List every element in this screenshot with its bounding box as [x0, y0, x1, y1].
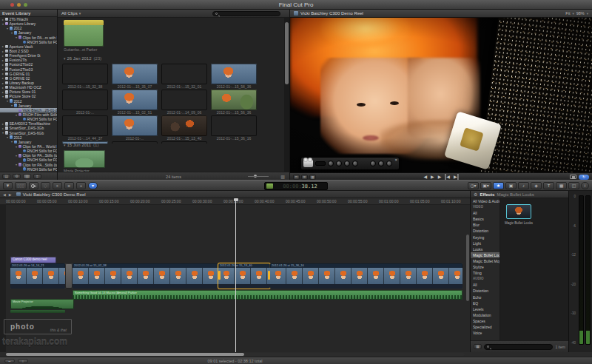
- disclosure-triangle-icon[interactable]: ▸: [1, 86, 4, 90]
- title-clip[interactable]: Canon C300 demo reel: [10, 257, 56, 263]
- movie-projector-clip[interactable]: Movie Projector: [64, 150, 105, 172]
- disclosure-triangle-icon[interactable]: ▸: [1, 54, 4, 58]
- clip-thumbnail[interactable]: 2012-01-...15_58_36: [211, 64, 257, 89]
- effects-category[interactable]: Echo: [471, 294, 500, 300]
- timeline-hscrollbar-thumb[interactable]: [6, 353, 244, 356]
- clip-thumbnail[interactable]: 2012-01-...15_13_40: [161, 115, 207, 141]
- clapper-icon[interactable]: ▤: [2, 174, 10, 179]
- disclosure-triangle-icon[interactable]: ▸: [1, 76, 4, 80]
- effects-category[interactable]: All: [471, 282, 500, 288]
- favorite-button[interactable]: ●: [53, 182, 62, 189]
- disclosure-triangle-icon[interactable]: ▾: [1, 22, 4, 26]
- play-forward-button[interactable]: ▶: [431, 174, 434, 180]
- timeline-hscrollbar-track[interactable]: [6, 353, 465, 356]
- clip-image[interactable]: [62, 90, 108, 110]
- add-keyword-button[interactable]: +: [76, 182, 86, 189]
- clip-image[interactable]: [62, 64, 108, 84]
- disclosure-triangle-icon[interactable]: ▸: [1, 58, 4, 62]
- gear-menu-button[interactable]: ⚙: [13, 174, 21, 179]
- effects-browser-button[interactable]: ★: [493, 182, 504, 189]
- window-titlebar[interactable]: Final Cut Pro: [0, 0, 592, 10]
- hud-button[interactable]: [328, 161, 334, 166]
- slider-track[interactable]: [248, 176, 269, 177]
- playhead[interactable]: [235, 198, 236, 352]
- disclosure-triangle-icon[interactable]: ▸: [1, 18, 4, 21]
- inspector-button[interactable]: i: [581, 182, 589, 189]
- zoom-fit-menu[interactable]: Fit: [565, 11, 570, 16]
- gap-clip[interactable]: [65, 263, 73, 289]
- disclosure-triangle-icon[interactable]: ▾: [10, 140, 13, 144]
- effects-category[interactable]: Stylize: [471, 264, 500, 270]
- featured-clip-image[interactable]: [64, 20, 104, 47]
- clip-thumbnail[interactable]: 2012-01-...15_36_16: [211, 115, 257, 141]
- disclosure-triangle-icon[interactable]: ▾: [10, 31, 13, 35]
- disclosure-triangle-icon[interactable]: ▾: [15, 36, 18, 39]
- scrollbar-thumb[interactable]: [285, 22, 289, 84]
- disclosure-triangle-icon[interactable]: ▾: [6, 27, 9, 30]
- hud-button[interactable]: [386, 161, 392, 166]
- date-section-header[interactable]: ▾26 Jan 2012(23): [64, 56, 101, 61]
- effects-category[interactable]: Magic Bullet Looks: [471, 252, 500, 258]
- gear-icon[interactable]: ⚙: [474, 192, 477, 197]
- disclosure-triangle-icon[interactable]: ▸: [1, 50, 4, 53]
- disclosure-triangle-icon[interactable]: ▾: [1, 95, 4, 98]
- previous-edit-button[interactable]: ◀: [445, 174, 450, 180]
- clip-image[interactable]: [211, 90, 257, 110]
- close-icon[interactable]: ×: [394, 158, 397, 162]
- disclosure-triangle-icon[interactable]: ▾: [15, 154, 18, 158]
- disclosure-triangle-icon[interactable]: ▾: [1, 131, 4, 135]
- clip-thumbnail[interactable]: 2012-01-...: [62, 90, 108, 115]
- disclosure-triangle-icon[interactable]: ▸: [1, 67, 4, 71]
- hud-button[interactable]: [336, 161, 342, 166]
- clip-thumbnail[interactable]: 2012-01-...15_56_36: [211, 90, 257, 115]
- video-clip[interactable]: 2012-01-26 at 15_02_38: [73, 263, 218, 289]
- zoom-percent-menu[interactable]: 98%: [576, 11, 585, 16]
- timeline-forward-button[interactable]: ▶: [9, 192, 12, 197]
- effects-category[interactable]: Distortion: [471, 228, 500, 234]
- disclosure-triangle-icon[interactable]: ▸: [1, 81, 4, 85]
- clip-thumbnail[interactable]: 2012-01-...15_02_51: [112, 90, 158, 115]
- filter-icon[interactable]: ▦: [474, 344, 482, 349]
- import-media-button[interactable]: ▼: [3, 182, 13, 189]
- keyword-tool-button[interactable]: [29, 182, 38, 189]
- retime-menu-button[interactable]: ◷▾: [468, 182, 479, 189]
- clip-analysis-group[interactable]: ▯▯▯: [15, 182, 27, 189]
- effects-tool-icon[interactable]: ▦: [309, 175, 316, 180]
- clip-thumbnail[interactable]: 2012-01-...15_32_01: [161, 64, 207, 89]
- generators-browser-button[interactable]: ▦: [556, 182, 567, 189]
- effects-category[interactable]: AUDIO: [471, 276, 500, 282]
- disclosure-triangle-icon[interactable]: ▾: [64, 56, 66, 61]
- clip-image[interactable]: [112, 90, 158, 110]
- photos-browser-button[interactable]: ▣: [505, 182, 517, 189]
- clip-image[interactable]: [112, 64, 158, 84]
- effects-category[interactable]: Levels: [471, 306, 500, 312]
- viewer-canvas[interactable]: ×: [290, 18, 592, 172]
- effects-category[interactable]: Blur: [471, 222, 500, 228]
- filmstrip-view-button[interactable]: ▥: [23, 174, 31, 179]
- loop-playback-button[interactable]: ↻: [579, 175, 589, 180]
- music-browser-button[interactable]: ♪: [518, 182, 529, 189]
- clip-thumbnail[interactable]: 2012-01-...15_35_07: [112, 64, 158, 89]
- clip-image[interactable]: [211, 115, 257, 136]
- effects-category[interactable]: Specialized: [471, 324, 500, 330]
- search-input[interactable]: [212, 11, 280, 16]
- crop-tool-icon[interactable]: ⊞: [301, 175, 308, 180]
- marker-button[interactable]: ◇: [41, 182, 50, 189]
- duration-slider-icon[interactable]: ▥: [280, 174, 285, 179]
- audio-sub-strip[interactable]: [10, 310, 65, 313]
- hud-button[interactable]: [344, 161, 350, 166]
- camera-hud-overlay[interactable]: ×: [300, 157, 400, 170]
- disclosure-triangle-icon[interactable]: ▾: [15, 163, 18, 166]
- background-tasks-icon[interactable]: [266, 183, 273, 189]
- clip-image[interactable]: [211, 64, 257, 84]
- disclosure-triangle-icon[interactable]: ▸: [1, 127, 4, 130]
- disclosure-triangle-icon[interactable]: ▾: [15, 113, 18, 117]
- selection-tool-icon[interactable]: ⊡: [293, 175, 300, 180]
- effects-category[interactable]: Looks: [471, 246, 500, 252]
- disclosure-triangle-icon[interactable]: ▾: [64, 143, 66, 147]
- disclosure-triangle-icon[interactable]: ▾: [10, 104, 13, 107]
- play-button[interactable]: ▶: [438, 174, 442, 180]
- featured-clip[interactable]: Guitarrbo...et Parker: [64, 20, 104, 52]
- browser-scrollbar[interactable]: [284, 18, 289, 172]
- tool-palette-button[interactable]: ▾: [88, 182, 98, 189]
